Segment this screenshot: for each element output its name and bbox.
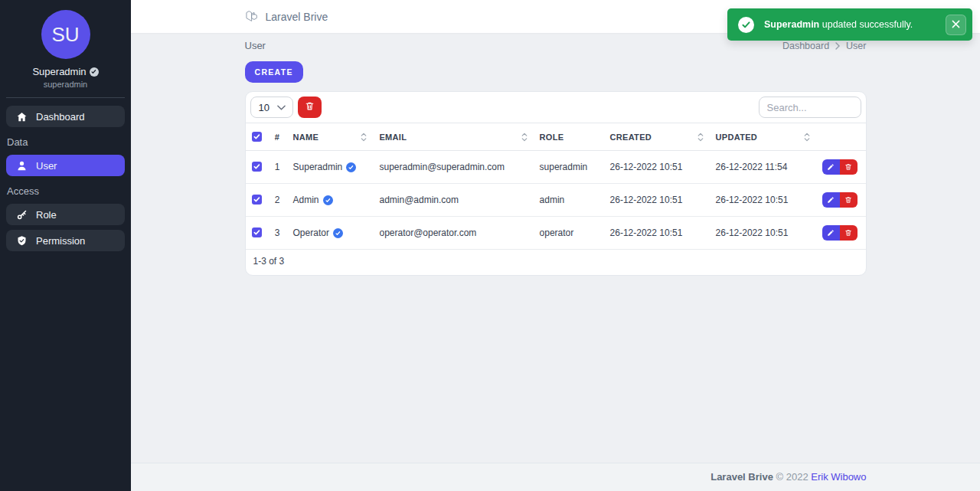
home-icon: [16, 111, 28, 123]
sidebar-item-role[interactable]: Role: [6, 204, 125, 225]
profile-block: SU Superadmin superadmin: [0, 0, 131, 89]
edit-button[interactable]: [822, 192, 840, 208]
table-row: 3 Operator operator@operator.com operato…: [246, 217, 866, 250]
sidebar-section-access: Access: [6, 176, 125, 204]
sidebar-item-label: Permission: [36, 235, 85, 247]
sidebar-item-label: Dashboard: [36, 111, 85, 123]
user-table-card: 10: [245, 91, 867, 276]
main-area: Laravel Brive User Dashboard User CREATE: [131, 0, 980, 491]
bulk-delete-button[interactable]: [298, 97, 322, 118]
trash-icon: [305, 101, 315, 113]
profile-name: Superadmin: [32, 66, 86, 77]
cell-name: Operator: [293, 227, 329, 238]
shield-check-icon: [16, 235, 28, 247]
row-checkbox[interactable]: [252, 195, 262, 205]
verified-badge-icon: [90, 67, 99, 77]
cell-created: 26-12-2022 10:51: [604, 151, 710, 184]
pagination-summary: 1-3 of 3: [246, 250, 866, 275]
toast-message: Superadmin updated successfully.: [764, 19, 913, 30]
success-check-icon: [738, 17, 754, 33]
delete-button[interactable]: [840, 192, 858, 208]
breadcrumb: Dashboard User: [782, 41, 867, 51]
cell-role: admin: [534, 184, 604, 217]
close-icon: [952, 19, 960, 31]
sort-icon[interactable]: [521, 133, 528, 142]
row-checkbox[interactable]: [252, 227, 262, 237]
column-header-updated: UPDATED: [716, 133, 757, 142]
column-header-email: EMAIL: [379, 133, 407, 142]
cell-num: 2: [269, 184, 287, 217]
sidebar-item-permission[interactable]: Permission: [6, 230, 125, 251]
footer-author-link[interactable]: Erik Wibowo: [811, 471, 866, 483]
cell-created: 26-12-2022 10:51: [604, 217, 710, 250]
cell-name: Superadmin: [293, 162, 343, 172]
breadcrumb-dashboard[interactable]: Dashboard: [782, 41, 829, 51]
verified-badge-icon: [323, 195, 333, 205]
column-header-num: #: [269, 123, 287, 151]
brand-name[interactable]: Laravel Brive: [266, 11, 328, 23]
cell-num: 1: [269, 151, 287, 184]
table-row: 2 Admin admin@admin.com admin 26-12-2022…: [246, 184, 866, 217]
pencil-icon: [827, 195, 835, 206]
key-icon: [16, 209, 28, 221]
pencil-icon: [827, 227, 835, 239]
sort-icon[interactable]: [361, 133, 367, 142]
cell-email: operator@operator.com: [373, 217, 533, 250]
table-row: 1 Superadmin superadmin@superadmin.com s…: [246, 151, 866, 184]
sort-icon[interactable]: [697, 133, 704, 142]
user-table: # NAME EMAIL ROLE CREATED: [246, 123, 866, 250]
column-header-role: ROLE: [534, 123, 604, 151]
edit-button[interactable]: [822, 159, 840, 175]
column-header-created: CREATED: [610, 133, 652, 142]
sidebar-nav: Dashboard Data User Access Role Permissi…: [0, 106, 131, 251]
search-input[interactable]: [759, 97, 861, 118]
edit-button[interactable]: [822, 225, 840, 241]
cell-email: superadmin@superadmin.com: [373, 151, 533, 184]
sidebar-divider: [6, 97, 125, 98]
avatar[interactable]: SU: [41, 10, 90, 59]
cell-updated: 26-12-2022 10:51: [710, 217, 816, 250]
row-checkbox[interactable]: [252, 162, 262, 172]
toast-close-button[interactable]: [946, 15, 966, 35]
cell-updated: 26-12-2022 10:51: [710, 184, 816, 217]
footer-copyright: © 2022: [776, 471, 808, 483]
profile-username: superadmin: [0, 80, 131, 89]
select-all-checkbox[interactable]: [252, 132, 262, 142]
page-title: User: [245, 40, 266, 51]
sidebar-item-label: User: [36, 160, 57, 172]
footer-brand: Laravel Brive: [710, 471, 773, 483]
delete-button[interactable]: [840, 159, 858, 175]
trash-icon: [844, 195, 852, 206]
sidebar-item-user[interactable]: User: [6, 155, 125, 176]
cell-created: 26-12-2022 10:51: [604, 184, 710, 217]
toast-success: Superadmin updated successfully.: [727, 8, 972, 41]
sort-icon[interactable]: [804, 133, 810, 142]
trash-icon: [844, 162, 852, 173]
chevron-down-icon: [277, 105, 286, 110]
per-page-value: 10: [259, 102, 270, 113]
sidebar-section-data: Data: [6, 127, 125, 155]
user-icon: [16, 160, 28, 172]
per-page-select[interactable]: 10: [250, 97, 293, 118]
column-header-name: NAME: [293, 133, 319, 142]
laravel-logo-icon: [245, 9, 259, 24]
delete-button[interactable]: [840, 225, 858, 241]
cell-email: admin@admin.com: [373, 184, 533, 217]
trash-icon: [844, 227, 852, 239]
cell-role: superadmin: [534, 151, 604, 184]
page-footer: Laravel Brive © 2022 Erik Wibowo: [131, 463, 980, 491]
verified-badge-icon: [346, 162, 356, 172]
cell-name: Admin: [293, 195, 319, 205]
cell-num: 3: [269, 217, 287, 250]
chevron-right-icon: [835, 42, 840, 50]
pencil-icon: [827, 162, 835, 173]
sidebar-item-dashboard[interactable]: Dashboard: [6, 106, 125, 127]
content: User Dashboard User CREATE 10: [131, 33, 980, 463]
sidebar: SU Superadmin superadmin Dashboard Data …: [0, 0, 131, 491]
table-header-row: # NAME EMAIL ROLE CREATED: [246, 123, 866, 151]
create-button[interactable]: CREATE: [245, 61, 303, 83]
cell-role: operator: [534, 217, 604, 250]
verified-badge-icon: [333, 228, 343, 238]
sidebar-item-label: Role: [36, 209, 57, 221]
cell-updated: 26-12-2022 11:54: [710, 151, 816, 184]
